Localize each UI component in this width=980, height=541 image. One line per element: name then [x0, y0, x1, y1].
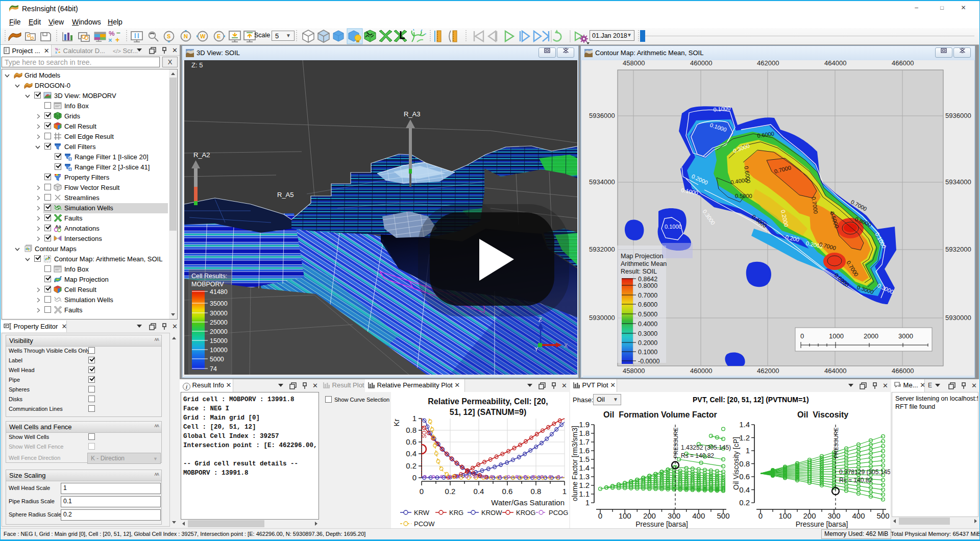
svg-text:200: 200: [643, 511, 656, 520]
svg-text:0.2: 0.2: [445, 487, 456, 496]
svg-text:5936000: 5936000: [589, 112, 615, 119]
svg-text:460000: 460000: [690, 367, 712, 375]
svg-text:PRESSURE: PRESSURE: [673, 427, 679, 458]
svg-text:X: X: [564, 342, 568, 349]
svg-text:464000: 464000: [824, 367, 846, 375]
svg-text:0.6: 0.6: [502, 487, 513, 496]
svg-text:0.2000: 0.2000: [638, 339, 657, 347]
svg-text:0.6: 0.6: [739, 472, 750, 481]
svg-text:PRESSURE: PRESSURE: [833, 427, 839, 458]
svg-text:-0.0000: -0.0000: [638, 358, 659, 365]
svg-text:5930000: 5930000: [589, 314, 615, 322]
svg-text:5930000: 5930000: [945, 314, 971, 322]
svg-text:Rs = 140.82: Rs = 140.82: [839, 477, 872, 484]
svg-text:400: 400: [852, 511, 865, 520]
svg-text:30000: 30000: [210, 310, 228, 317]
svg-text:0.1000: 0.1000: [638, 349, 657, 356]
svg-text:5932000: 5932000: [589, 245, 615, 253]
svg-text:E: E: [217, 33, 220, 39]
svg-text:KRG: KRG: [449, 509, 463, 517]
svg-text:Pressure [barsa]: Pressure [barsa]: [635, 520, 688, 528]
svg-text:0.3000: 0.3000: [638, 330, 657, 337]
svg-text:5934000: 5934000: [589, 178, 615, 186]
svg-text:R_A2: R_A2: [193, 151, 210, 159]
svg-text:20000: 20000: [210, 328, 228, 335]
svg-text:0.4: 0.4: [406, 449, 416, 458]
svg-text:Cell Results:: Cell Results:: [191, 273, 227, 280]
svg-text:Relative Permeability, Cell: [: Relative Permeability, Cell: [20,: [428, 397, 548, 406]
svg-text:0.8000: 0.8000: [638, 282, 657, 289]
svg-text:458000: 458000: [623, 60, 645, 67]
svg-text:200: 200: [803, 511, 816, 520]
svg-text:0: 0: [800, 332, 804, 340]
svg-text:462000: 462000: [757, 60, 779, 67]
svg-text:0: 0: [598, 511, 602, 520]
svg-text:2000: 2000: [864, 332, 878, 340]
svg-text:×: ×: [108, 36, 112, 44]
svg-text:1: 1: [585, 498, 590, 507]
svg-text:olume Factor [rm3/sm3]: olume Factor [rm3/sm3]: [571, 426, 579, 501]
svg-text:KROW: KROW: [481, 509, 502, 517]
svg-text:1.2: 1.2: [579, 481, 590, 489]
svg-text:0.8: 0.8: [739, 459, 750, 468]
svg-text:+: +: [115, 36, 119, 44]
svg-text:0.1000: 0.1000: [665, 224, 682, 230]
svg-text:1: 1: [412, 414, 416, 423]
svg-text:74: 74: [210, 365, 217, 373]
svg-text:15000: 15000: [210, 337, 228, 345]
svg-text:Z: 5: Z: 5: [191, 61, 203, 69]
svg-text:3000: 3000: [898, 332, 913, 340]
svg-text:0.6: 0.6: [406, 437, 416, 446]
svg-text:0.5000: 0.5000: [638, 311, 657, 318]
svg-text:+: +: [58, 50, 61, 54]
svg-text:10000: 10000: [210, 347, 228, 354]
svg-text:0: 0: [412, 473, 416, 482]
svg-text:0.6000: 0.6000: [638, 301, 657, 308]
svg-text:Kr: Kr: [392, 419, 401, 426]
svg-text:0.4: 0.4: [474, 487, 484, 496]
svg-text:0: 0: [420, 487, 424, 496]
svg-text:1.2: 1.2: [739, 433, 750, 442]
svg-text:Oil Formation Volume Factor: Oil Formation Volume Factor: [603, 410, 717, 419]
svg-text:Map Projection: Map Projection: [621, 253, 663, 260]
svg-text:Aa: Aa: [55, 224, 61, 229]
svg-text:458000: 458000: [623, 367, 645, 375]
svg-text:1.6: 1.6: [579, 446, 590, 455]
svg-text:0.4000: 0.4000: [638, 321, 657, 328]
svg-text:1: 1: [746, 446, 750, 455]
svg-text:100: 100: [619, 511, 631, 520]
svg-text:Result: SOIL: Result: SOIL: [621, 268, 657, 275]
svg-text:1.3: 1.3: [579, 472, 590, 481]
svg-text:25000: 25000: [210, 319, 228, 326]
svg-text:5932000: 5932000: [945, 245, 971, 253]
svg-text:0: 0: [758, 511, 763, 520]
svg-text:0.4: 0.4: [739, 485, 750, 494]
svg-text:0.7000: 0.7000: [638, 292, 657, 299]
svg-text:0.2: 0.2: [406, 461, 416, 470]
svg-text:Water/Gas Saturation: Water/Gas Saturation: [491, 498, 565, 507]
svg-text:x: x: [55, 51, 57, 54]
svg-text:1.1: 1.1: [579, 489, 590, 498]
svg-text:Oil Viscosity [cP]: Oil Viscosity [cP]: [732, 437, 740, 490]
svg-text:Oil Viscosity: Oil Viscosity: [797, 410, 848, 419]
svg-text:1.4: 1.4: [739, 420, 750, 429]
svg-text:1.5: 1.5: [579, 455, 590, 463]
svg-text:300: 300: [827, 511, 840, 520]
svg-text:300: 300: [668, 511, 680, 520]
svg-text:5934000: 5934000: [945, 178, 971, 186]
svg-text:N: N: [184, 33, 188, 39]
svg-text:51, 12] (SATNUM=9): 51, 12] (SATNUM=9): [450, 408, 526, 416]
svg-text:PCOW: PCOW: [414, 520, 435, 528]
svg-text:Z: Z: [538, 316, 542, 323]
svg-text:0.378129 (305.145): 0.378129 (305.145): [839, 469, 890, 476]
svg-text:5936000: 5936000: [945, 112, 971, 119]
svg-text:1.8: 1.8: [579, 429, 590, 437]
svg-text:41480: 41480: [210, 288, 228, 296]
svg-text:460000: 460000: [690, 60, 712, 67]
svg-text:S: S: [167, 33, 170, 39]
svg-text:1000: 1000: [829, 332, 844, 340]
svg-text:500: 500: [717, 511, 729, 520]
svg-text:PCOG: PCOG: [549, 509, 568, 517]
svg-text:464000: 464000: [824, 60, 846, 67]
svg-text:SO: SO: [422, 431, 427, 438]
